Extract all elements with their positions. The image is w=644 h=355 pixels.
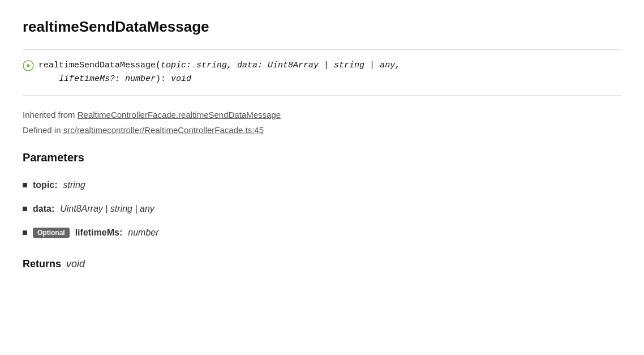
- params-list: topic: string data: Uint8Array | string …: [23, 173, 621, 245]
- param-name-data: data:: [33, 204, 54, 214]
- returns-label: Returns: [23, 258, 61, 270]
- param-name-topic: topic:: [33, 180, 58, 190]
- bullet-icon: [23, 183, 27, 187]
- defined-in-link[interactable]: src/realtimecontroller/RealtimeControlle…: [63, 125, 264, 135]
- signature-block: realtimeSendDataMessage(topic: string, d…: [23, 49, 621, 96]
- method-name: realtimeSendDataMessage: [38, 61, 156, 70]
- svg-marker-1: [27, 64, 31, 68]
- page-title: realtimeSendDataMessage: [23, 18, 621, 36]
- returns-type: void: [66, 258, 85, 270]
- param-type-lifetimems: number: [128, 228, 158, 238]
- param-name-lifetimems: lifetimeMs:: [75, 228, 123, 238]
- play-icon: [23, 60, 34, 71]
- defined-prefix: Defined in: [23, 125, 63, 135]
- list-item: Optional lifetimeMs: number: [23, 221, 621, 245]
- defined-in-line: Defined in src/realtimecontroller/Realti…: [23, 122, 621, 138]
- parameters-heading: Parameters: [23, 151, 621, 164]
- inherited-link[interactable]: RealtimeControllerFacade.realtimeSendDat…: [78, 110, 281, 119]
- inherited-prefix: Inherited from: [23, 110, 78, 119]
- bullet-icon: [23, 207, 27, 211]
- param-type-topic: string: [63, 180, 85, 190]
- list-item: topic: string: [23, 173, 621, 197]
- returns-section: Returns void: [23, 258, 621, 270]
- inherited-section: Inherited from RealtimeControllerFacade.…: [23, 107, 621, 138]
- bullet-icon: [23, 230, 27, 235]
- list-item: data: Uint8Array | string | any: [23, 197, 621, 221]
- optional-badge: Optional: [33, 228, 70, 238]
- signature-text: realtimeSendDataMessage(topic: string, d…: [38, 59, 400, 86]
- inherited-from-line: Inherited from RealtimeControllerFacade.…: [23, 107, 621, 122]
- param-type-data: Uint8Array | string | any: [60, 204, 154, 214]
